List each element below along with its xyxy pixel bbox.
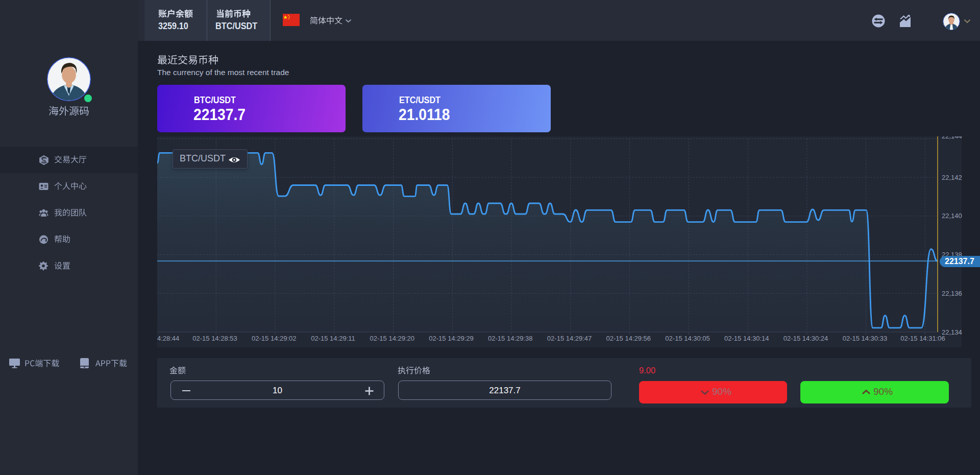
svg-text:02-15 14:29:02: 02-15 14:29:02 — [252, 335, 296, 342]
svg-text:02-15 14:29:38: 02-15 14:29:38 — [488, 335, 532, 342]
svg-text:02-15 14:30:24: 02-15 14:30:24 — [783, 335, 828, 342]
svg-text:22,142: 22,142 — [942, 174, 962, 181]
svg-text:02-15 14:29:11: 02-15 14:29:11 — [311, 335, 355, 342]
svg-text:02-15 14:29:47: 02-15 14:29:47 — [547, 335, 592, 342]
svg-text:22,144: 22,144 — [942, 136, 962, 140]
svg-text:22,140: 22,140 — [942, 212, 962, 220]
svg-text:02-15 14:29:20: 02-15 14:29:20 — [370, 335, 414, 342]
svg-text:02-15 14:30:14: 02-15 14:30:14 — [724, 335, 769, 342]
svg-text:4:28:44: 4:28:44 — [157, 335, 179, 342]
svg-text:02-15 14:30:05: 02-15 14:30:05 — [665, 335, 709, 342]
svg-text:22,136: 22,136 — [942, 290, 962, 297]
svg-text:02-15 14:29:56: 02-15 14:29:56 — [606, 335, 651, 342]
svg-text:02-15 14:28:53: 02-15 14:28:53 — [192, 335, 237, 342]
svg-text:02-15 14:29:29: 02-15 14:29:29 — [429, 335, 473, 342]
svg-text:02-15 14:30:33: 02-15 14:30:33 — [843, 335, 887, 342]
svg-text:02-15 14:31:06: 02-15 14:31:06 — [900, 335, 945, 342]
